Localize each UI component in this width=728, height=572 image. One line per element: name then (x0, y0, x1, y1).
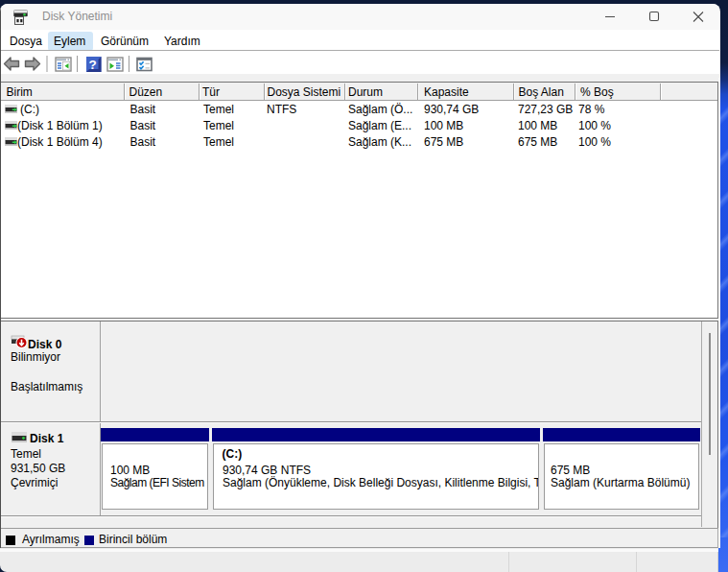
svg-text:?: ? (88, 58, 96, 72)
